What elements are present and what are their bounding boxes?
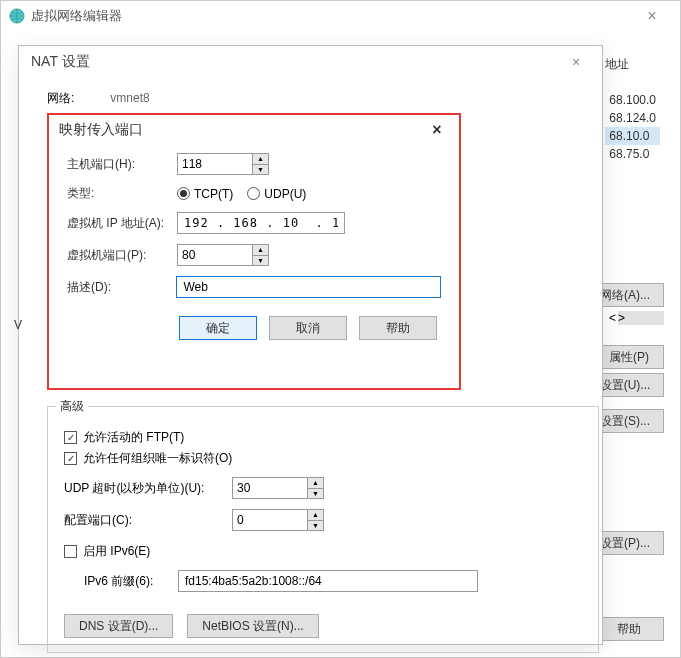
description-input[interactable] [176,276,441,298]
main-help-button[interactable]: 帮助 [594,617,664,641]
ip-row[interactable]: 68.75.0 [605,145,660,163]
globe-icon [9,8,25,24]
network-value: vmnet8 [110,91,149,105]
ip-row[interactable]: 68.100.0 [605,91,660,109]
host-port-label: 主机端口(H): [67,156,177,173]
udp-timeout-spinner[interactable]: ▲▼ [232,477,324,499]
map-title: 映射传入端口 [59,121,425,139]
ipv6-prefix-label: IPv6 前缀(6): [84,573,170,590]
advanced-fieldset: 高级 允许活动的 FTP(T) 允许任何组织唯一标识符(O) UDP 超时(以秒… [47,398,599,653]
description-label: 描述(D): [67,279,176,296]
udp-timeout-label: UDP 超时(以秒为单位)(U): [64,480,224,497]
spin-up-icon[interactable]: ▲ [308,478,323,489]
nat-close-icon[interactable]: × [562,54,590,70]
spin-down-icon[interactable]: ▼ [308,521,323,531]
vm-port-label: 虚拟机端口(P): [67,247,177,264]
tcp-radio[interactable] [177,187,190,200]
scroll-left-button[interactable]: < [609,311,616,325]
main-titlebar: 虚拟网络编辑器 × [1,1,680,31]
host-port-input[interactable] [177,153,253,175]
tcp-radio-label: TCP(T) [194,187,233,201]
map-port-dialog: 映射传入端口 × 主机端口(H): ▲▼ 类型: TCP(T) UDP(U) 虚… [47,113,461,390]
ipv6-prefix-input[interactable] [178,570,478,592]
spin-up-icon[interactable]: ▲ [253,245,268,256]
ftp-label: 允许活动的 FTP(T) [83,429,184,446]
advanced-section: 高级 允许活动的 FTP(T) 允许任何组织唯一标识符(O) UDP 超时(以秒… [47,398,599,653]
config-port-input[interactable] [232,509,308,531]
host-port-spinner[interactable]: ▲▼ [177,153,269,175]
map-titlebar: 映射传入端口 × [49,115,459,145]
spin-down-icon[interactable]: ▼ [308,489,323,499]
spin-down-icon[interactable]: ▼ [253,165,268,175]
address-column: 地址 68.100.0 68.124.0 68.10.0 68.75.0 [605,56,660,163]
ip-row-selected[interactable]: 68.10.0 [605,127,660,145]
ip-row[interactable]: 68.124.0 [605,109,660,127]
spin-up-icon[interactable]: ▲ [308,510,323,521]
config-port-label: 配置端口(C): [64,512,224,529]
main-close-icon[interactable]: × [632,7,672,25]
map-close-icon[interactable]: × [425,121,449,139]
v-fragment: V [14,318,22,332]
vm-port-input[interactable] [177,244,253,266]
ftp-checkbox[interactable] [64,431,77,444]
advanced-header: 高级 [56,398,88,415]
udp-timeout-input[interactable] [232,477,308,499]
nat-title: NAT 设置 [31,53,562,71]
vm-ip-input[interactable] [177,212,345,234]
type-label: 类型: [67,185,177,202]
main-window-title: 虚拟网络编辑器 [31,7,632,25]
properties-button[interactable]: 属性(P) [594,345,664,369]
vm-port-spinner[interactable]: ▲▼ [177,244,269,266]
udp-radio[interactable] [247,187,260,200]
scroll-right-button[interactable]: > [618,311,664,325]
network-label: 网络: [47,90,74,107]
cancel-button[interactable]: 取消 [269,316,347,340]
ipv6-checkbox[interactable] [64,545,77,558]
udp-radio-label: UDP(U) [264,187,306,201]
oui-checkbox[interactable] [64,452,77,465]
netbios-settings-button[interactable]: NetBIOS 设置(N)... [187,614,318,638]
ipv6-label: 启用 IPv6(E) [83,543,150,560]
help-button[interactable]: 帮助 [359,316,437,340]
spin-up-icon[interactable]: ▲ [253,154,268,165]
ok-button[interactable]: 确定 [179,316,257,340]
oui-label: 允许任何组织唯一标识符(O) [83,450,232,467]
config-port-spinner[interactable]: ▲▼ [232,509,324,531]
spin-down-icon[interactable]: ▼ [253,256,268,266]
address-header: 地址 [605,56,660,73]
dns-settings-button[interactable]: DNS 设置(D)... [64,614,173,638]
nat-titlebar: NAT 设置 × [19,46,602,78]
vm-ip-label: 虚拟机 IP 地址(A): [67,215,177,232]
